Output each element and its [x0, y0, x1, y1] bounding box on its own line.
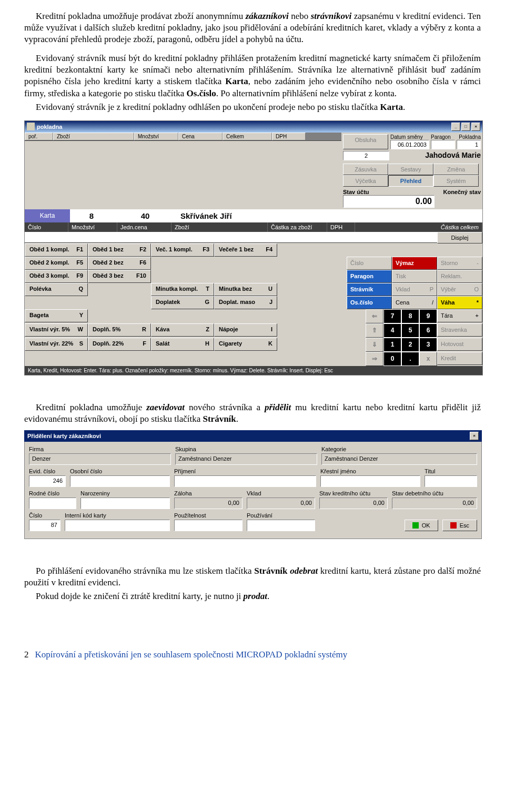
obed1bez-button[interactable]: Oběd 1 bezF2	[88, 243, 151, 257]
krestni-field[interactable]	[320, 475, 420, 487]
x-icon	[450, 522, 457, 529]
poradove-field: 2	[343, 151, 389, 160]
napoje-button[interactable]: NápojeI	[214, 323, 277, 337]
key-dot[interactable]: .	[401, 352, 419, 366]
titul-field[interactable]	[425, 475, 477, 487]
vklad-field: 0,00	[247, 498, 315, 509]
sestavy-button[interactable]: Sestavy	[388, 164, 433, 175]
para-6: Pokud dojde ke zničení či ztrátě kreditn…	[24, 591, 481, 602]
minimize-button[interactable]: _	[451, 123, 460, 131]
down-arrow[interactable]: ⇓	[366, 338, 383, 352]
key-5[interactable]: 5	[401, 323, 419, 338]
firma-field: Denzer	[29, 453, 171, 465]
evid-field[interactable]: 246	[29, 475, 66, 487]
key-7[interactable]: 7	[383, 309, 401, 323]
esc-button[interactable]: Esc	[442, 520, 477, 531]
key-2[interactable]: 2	[401, 338, 419, 352]
vklad-button[interactable]: VkladP	[392, 283, 437, 296]
cislo-button[interactable]: Číslo	[347, 257, 392, 270]
key-0[interactable]: 0	[383, 352, 401, 366]
displej-button[interactable]: Displej	[437, 232, 482, 243]
osob-field[interactable]	[70, 475, 170, 487]
cena-button[interactable]: Cena/	[392, 296, 437, 309]
key-8[interactable]: 8	[401, 309, 419, 323]
pokladna-window: pokladna _ □ × poř. Zboží Množství Cena …	[24, 120, 483, 375]
bageta-button[interactable]: BagetaY	[25, 309, 88, 322]
status-bar: Karta, Kredit, Hotovost: Enter. Tára: pl…	[25, 366, 482, 375]
obed2-button[interactable]: Oběd 2 kompl.F5	[25, 257, 88, 270]
prehled-button[interactable]: Přehled	[388, 175, 433, 187]
minutkabez-button[interactable]: Minutka bezU	[214, 283, 277, 296]
stavk-field: 0,00	[319, 498, 388, 509]
obed3bez-button[interactable]: Oběd 3 bezF10	[88, 270, 151, 283]
titlebar: pokladna _ □ ×	[25, 121, 482, 133]
cislo-field[interactable]: 87	[29, 520, 60, 531]
paragon-field	[431, 140, 455, 149]
ok-button[interactable]: OK	[405, 520, 438, 531]
vymaz-button[interactable]: Výmaz	[392, 257, 437, 270]
dopl22-button[interactable]: Doplň. 22%F	[88, 338, 151, 351]
naroz-field[interactable]	[80, 498, 170, 509]
karta-button[interactable]: Karta	[25, 209, 70, 222]
hotovost-button[interactable]: Hotovost	[437, 338, 482, 351]
vaha-button[interactable]: Váha*	[437, 296, 482, 309]
field-40: 40	[113, 209, 177, 222]
prijmeni-field[interactable]	[174, 475, 316, 487]
para-4: Kreditní pokladna umožňuje zaevidovat no…	[24, 402, 481, 425]
up-arrow[interactable]: ⇑	[366, 323, 383, 338]
dlg-close-button[interactable]: ×	[470, 432, 479, 440]
tisk-button[interactable]: Tisk	[392, 270, 437, 283]
obed1-button[interactable]: Oběd 1 kompl.F1	[25, 243, 88, 257]
prideleni-dialog: Přidělení karty zákazníkovi × FirmaDenze…	[24, 430, 482, 539]
storno-button[interactable]: Storno-	[437, 257, 482, 270]
reklam-button[interactable]: Reklam.	[437, 270, 482, 283]
cigarety-button[interactable]: CigaretyK	[214, 338, 277, 351]
vec1-button[interactable]: Več. 1 kompl.F3	[151, 243, 214, 257]
zmena-button[interactable]: Změna	[433, 164, 479, 175]
zasuvka-button[interactable]: Zásuvka	[343, 164, 388, 175]
para-2: Evidovaný strávník musí být do kreditní …	[24, 53, 481, 99]
pouzitelnost-field[interactable]	[174, 520, 243, 531]
pouzivani-field[interactable]	[247, 520, 315, 531]
rodne-field[interactable]	[29, 498, 76, 509]
minutka-button[interactable]: Minutka kompl.T	[151, 283, 214, 296]
key-9[interactable]: 9	[419, 309, 437, 323]
obed2bez-button[interactable]: Oběd 2 bezF6	[88, 257, 151, 270]
polevka-button[interactable]: PolévkaQ	[25, 283, 88, 296]
intern-field[interactable]	[65, 520, 170, 531]
oscislo-button[interactable]: Os.číslo	[347, 296, 392, 309]
key-1[interactable]: 1	[383, 338, 401, 352]
doplatmaso-button[interactable]: Doplat. masoJ	[214, 296, 277, 309]
para-5: Po přihlášení evidovaného strávníka mu l…	[24, 565, 481, 588]
paragon-button[interactable]: Paragon	[347, 270, 392, 283]
key-4[interactable]: 4	[383, 323, 401, 338]
close-button[interactable]: ×	[471, 123, 480, 131]
obed3-button[interactable]: Oběd 3 kompl.F9	[25, 270, 88, 283]
vv5-button[interactable]: Vlastní výr. 5%W	[25, 323, 88, 337]
dopl5-button[interactable]: Doplň. 5%R	[88, 323, 151, 337]
doplatek-button[interactable]: DoplatekG	[151, 296, 214, 309]
system-button[interactable]: Systém	[433, 175, 479, 187]
vyber-button[interactable]: VýběrO	[437, 283, 482, 296]
kredit-button[interactable]: Kredit	[437, 352, 482, 365]
tara-button[interactable]: Tára+	[437, 309, 482, 322]
kava-button[interactable]: KávaZ	[151, 323, 214, 337]
vv22-button[interactable]: Vlastní výr. 22%S	[25, 338, 88, 351]
skupina-field: Zaměstnanci Denzer	[175, 453, 317, 465]
maximize-button[interactable]: □	[461, 123, 470, 131]
salat-button[interactable]: SalátH	[151, 338, 214, 351]
key-x[interactable]: x	[419, 352, 437, 366]
right-arrow[interactable]: ⇒	[366, 352, 383, 366]
check-icon	[412, 522, 419, 529]
grid-header: poř. Zboží Množství Cena Celkem DPH	[25, 133, 341, 141]
stravnik-button[interactable]: Strávník	[347, 283, 392, 296]
pokladna-field: 1	[457, 140, 481, 149]
vycetka-button[interactable]: Výčetka	[343, 175, 388, 187]
obsluha-button[interactable]: Obsluha	[343, 134, 388, 149]
left-arrow[interactable]: ⇐	[366, 309, 383, 323]
key-3[interactable]: 3	[419, 338, 437, 352]
key-6[interactable]: 6	[419, 323, 437, 338]
vec1bez-button[interactable]: Večeře 1 bezF4	[214, 243, 277, 257]
detail-header: Číslo Množství Jedn.cena Zboží Částka za…	[25, 222, 482, 232]
stravenka-button[interactable]: Stravenka	[437, 323, 482, 337]
